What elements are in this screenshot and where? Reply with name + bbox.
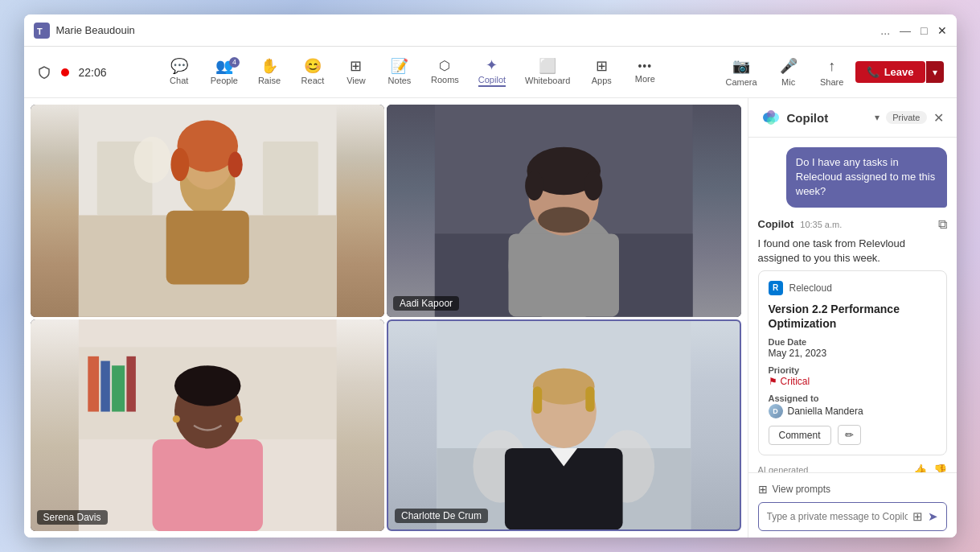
toolbar-right: 📷 Camera 🎤 Mic ↑ Share 📞 Leave ▾ xyxy=(718,54,944,90)
svg-point-31 xyxy=(172,415,179,422)
svg-rect-24 xyxy=(88,356,99,411)
svg-rect-25 xyxy=(100,360,109,411)
share-button[interactable]: ↑ Share xyxy=(812,55,852,90)
people-badge: 4 xyxy=(229,57,240,68)
send-button[interactable]: ➤ xyxy=(928,509,938,524)
tile4-label: Charlotte De Crum xyxy=(395,509,488,523)
video-area: Aadi Kapoor xyxy=(24,98,748,538)
react-icon: 😊 xyxy=(304,59,322,73)
table-icon[interactable]: ⊞ xyxy=(912,509,923,524)
copy-icon[interactable]: ⧉ xyxy=(938,217,947,232)
call-timer: 22:06 xyxy=(79,66,107,79)
svg-point-19 xyxy=(525,171,543,200)
copilot-footer: ⊞ View prompts ⊞ ➤ xyxy=(748,472,957,538)
copilot-dropdown-icon[interactable]: ▾ xyxy=(875,112,880,123)
share-label: Share xyxy=(820,77,843,87)
person-silhouette-1 xyxy=(31,105,385,317)
relecloud-logo-icon: R xyxy=(769,281,783,295)
view-label: View xyxy=(346,76,366,85)
thumbdown-button[interactable]: 👎 xyxy=(933,463,947,472)
mic-button[interactable]: 🎤 Mic xyxy=(769,54,809,90)
window-title: Marie Beaudouin xyxy=(56,24,881,36)
leave-button[interactable]: 📞 Leave xyxy=(855,61,925,83)
more-icon: ••• xyxy=(638,60,652,72)
copilot-close-button[interactable]: ✕ xyxy=(933,110,944,126)
due-date-label: Due Date xyxy=(769,337,937,347)
copilot-button[interactable]: ✦ Copilot xyxy=(470,55,514,90)
svg-rect-16 xyxy=(509,233,619,316)
copilot-icon: ✦ xyxy=(486,58,498,72)
edit-button[interactable]: ✏ xyxy=(838,425,861,445)
camera-button[interactable]: 📷 Camera xyxy=(718,54,765,90)
assignee-name: Daniella Mandera xyxy=(788,406,863,417)
svg-point-32 xyxy=(235,415,242,422)
minimize-button[interactable]: — xyxy=(900,24,911,37)
mic-icon: 🎤 xyxy=(780,57,798,75)
shield-icon xyxy=(37,65,51,80)
react-button[interactable]: 😊 React xyxy=(293,56,333,89)
chat-button[interactable]: 💬 Chat xyxy=(159,56,199,89)
copilot-msg-time: 10:35 a.m. xyxy=(800,220,842,229)
people-label: People xyxy=(211,76,238,85)
maximize-button[interactable]: □ xyxy=(921,24,927,37)
copilot-msg-text: I found one task from Relevloud assigned… xyxy=(758,237,947,266)
svg-point-6 xyxy=(133,137,170,183)
person-silhouette-2 xyxy=(387,105,741,317)
copilot-logo-icon xyxy=(761,108,781,127)
message-input-wrap: ⊞ ➤ xyxy=(758,502,947,531)
person-silhouette-4 xyxy=(388,321,740,530)
message-input[interactable] xyxy=(767,511,908,522)
private-badge: Private xyxy=(886,111,926,124)
phone-icon: 📞 xyxy=(867,66,880,78)
task-assigned-group: Assigned to D Daniella Mandera xyxy=(769,393,937,418)
svg-point-20 xyxy=(584,171,602,200)
tile2-label: Aadi Kapoor xyxy=(393,296,459,311)
more-options-button[interactable]: ... xyxy=(880,24,890,37)
svg-rect-8 xyxy=(166,211,248,285)
tile3-label: Serena Davis xyxy=(37,510,108,525)
copilot-header: Copilot ▾ Private ✕ xyxy=(748,98,957,138)
teams-logo-icon: T xyxy=(34,23,50,39)
close-button[interactable]: ✕ xyxy=(937,24,947,37)
mic-label: Mic xyxy=(781,77,795,87)
chat-label: Chat xyxy=(170,76,188,85)
rooms-button[interactable]: ⬡ Rooms xyxy=(423,56,467,88)
toolbar-left: 22:06 xyxy=(37,65,107,80)
notes-button[interactable]: 📝 Notes xyxy=(379,56,420,89)
people-button[interactable]: 👥 4 People xyxy=(203,56,246,89)
copilot-message: Copilot 10:35 a.m. ⧉ I found one task fr… xyxy=(758,217,947,472)
raise-button[interactable]: ✋ Raise xyxy=(249,56,289,89)
prompts-icon: ⊞ xyxy=(758,483,768,496)
task-priority-group: Priority ⚑ Critical xyxy=(769,365,937,387)
whiteboard-button[interactable]: ⬜ Whiteboard xyxy=(517,56,578,89)
svg-text:T: T xyxy=(37,27,43,36)
comment-button[interactable]: Comment xyxy=(769,426,831,445)
svg-rect-27 xyxy=(126,356,135,411)
view-icon: ⊞ xyxy=(350,59,362,73)
view-prompts-label: View prompts xyxy=(773,484,830,495)
svg-rect-40 xyxy=(533,386,542,414)
camera-icon: 📷 xyxy=(732,57,750,75)
assignee-avatar: D xyxy=(769,404,783,418)
teams-window: T Marie Beaudouin ... — □ ✕ 22:06 💬 Chat… xyxy=(24,14,957,538)
window-controls: ... — □ ✕ xyxy=(880,24,946,37)
raise-label: Raise xyxy=(258,76,281,85)
copilot-msg-header: Copilot 10:35 a.m. ⧉ xyxy=(758,217,947,232)
copilot-panel: Copilot ▾ Private ✕ Do I have any tasks … xyxy=(748,98,957,538)
leave-group: 📞 Leave ▾ xyxy=(855,61,944,83)
priority-label: Priority xyxy=(769,365,937,375)
recording-indicator xyxy=(61,68,69,76)
more-button[interactable]: ••• More xyxy=(625,57,665,87)
apps-button[interactable]: ⊞ Apps xyxy=(581,56,621,89)
svg-point-11 xyxy=(170,148,189,181)
raise-icon: ✋ xyxy=(260,59,278,73)
feedback-icons: 👍 👎 xyxy=(913,463,947,472)
whiteboard-icon: ⬜ xyxy=(539,59,556,73)
view-prompts-button[interactable]: ⊞ View prompts xyxy=(758,480,947,502)
toolbar: 22:06 💬 Chat 👥 4 People ✋ Raise 😊 React … xyxy=(24,47,957,98)
more-label: More xyxy=(635,74,655,84)
leave-dropdown-button[interactable]: ▾ xyxy=(926,61,944,83)
notes-label: Notes xyxy=(388,76,412,85)
thumbup-button[interactable]: 👍 xyxy=(913,463,927,472)
view-button[interactable]: ⊞ View xyxy=(336,56,376,89)
